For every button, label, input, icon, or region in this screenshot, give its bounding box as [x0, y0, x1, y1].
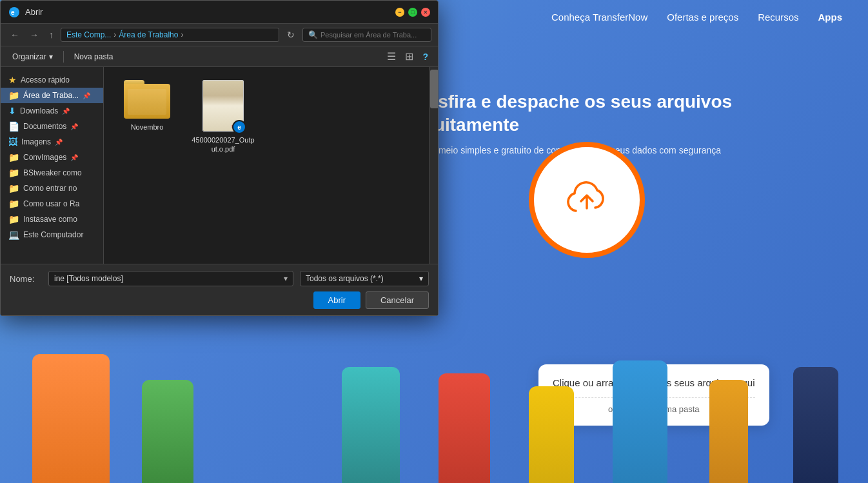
back-button[interactable]: ← — [7, 28, 23, 41]
view-grid-button[interactable]: ⊞ — [402, 49, 417, 64]
search-box[interactable]: 🔍 Pesquisar em Área de Traba... — [302, 28, 431, 42]
organize-button[interactable]: Organizar ▾ — [7, 50, 58, 63]
refresh-button[interactable]: ↻ — [283, 28, 299, 41]
name-label: Nome: — [10, 274, 42, 284]
dialog-titlebar: e Abrir − □ × — [1, 1, 438, 24]
folder-icon-desktop: 📁 — [8, 90, 19, 101]
forward-button[interactable]: → — [26, 28, 42, 41]
website-nav: Conheça TransferNow Ofertas e preços Rec… — [526, 0, 868, 34]
path-desktop[interactable]: Área de Trabalho — [119, 30, 178, 39]
file-label-pdf: 45000020027_Output.o.pdf — [192, 135, 255, 154]
new-folder-label: Nova pasta — [74, 52, 113, 61]
close-button[interactable]: × — [421, 8, 430, 17]
nav-item-pricing[interactable]: Ofertas e preços — [667, 12, 738, 23]
sidebar-item-desktop[interactable]: 📁 Área de Traba... 📌 — [1, 88, 103, 103]
sidebar-label-howtouse: Como usar o Ra — [23, 199, 79, 208]
sidebar-item-documents[interactable]: 📄 Documentos 📌 — [1, 119, 103, 134]
dialog-title-text: Abrir — [25, 7, 43, 17]
organize-label: Organizar — [12, 52, 46, 61]
minimize-button[interactable]: − — [395, 8, 404, 17]
name-row: Nome: ine [Todos modelos] ▾ Todos os arq… — [10, 271, 429, 286]
sidebar-section-quickaccess: ★ Acesso rápido 📁 Área de Traba... 📌 ⬇ D… — [1, 72, 103, 242]
sidebar-label-documents: Documentos — [23, 122, 66, 131]
illus-red — [439, 373, 490, 483]
illus-yellow — [529, 386, 574, 483]
sidebar-label-downloads: Downloads — [20, 106, 58, 115]
sidebar: ★ Acesso rápido 📁 Área de Traba... 📌 ⬇ D… — [1, 67, 104, 264]
images-icon: 🖼 — [8, 137, 17, 147]
folder-body — [124, 84, 170, 119]
up-button[interactable]: ↑ — [46, 28, 57, 41]
new-folder-button[interactable]: Nova pasta — [69, 50, 119, 63]
scrollbar[interactable] — [429, 67, 438, 264]
address-path[interactable]: Este Comp... › Área de Trabalho › — [61, 28, 279, 42]
sidebar-label-convimages: ConvImages — [23, 153, 66, 162]
pin-icon: 📌 — [83, 92, 90, 99]
pin-icon-dl: 📌 — [62, 108, 70, 115]
search-placeholder: Pesquisar em Área de Traba... — [321, 31, 417, 39]
folder-icon-how1: 📁 — [8, 183, 19, 193]
name-input[interactable]: ine [Todos modelos] ▾ — [48, 271, 293, 286]
illus-blue — [613, 360, 667, 483]
sidebar-label-desktop: Área de Traba... — [23, 91, 79, 100]
file-label-novembro: Novembro — [131, 123, 164, 132]
help-button[interactable]: ? — [419, 50, 431, 63]
folder-icon-conv: 📁 — [8, 152, 19, 163]
sidebar-item-thispc[interactable]: 💻 Este Computador — [1, 227, 103, 242]
sidebar-item-downloads[interactable]: ⬇ Downloads 📌 — [1, 103, 103, 119]
sidebar-item-howtoenter[interactable]: 📁 Como entrar no — [1, 181, 103, 196]
download-icon: ⬇ — [8, 106, 16, 116]
sidebar-item-quickaccess[interactable]: ★ Acesso rápido — [1, 72, 103, 88]
name-value: ine [Todos modelos] — [54, 274, 123, 283]
dialog-title-area: e Abrir — [8, 6, 43, 18]
hero-title: Transfira e despache os seus arquivos gr… — [400, 90, 855, 137]
sidebar-item-howtouse[interactable]: 📁 Como usar o Ra — [1, 196, 103, 212]
illus-teal — [342, 367, 400, 483]
sidebar-item-convimages[interactable]: 📁 ConvImages 📌 — [1, 150, 103, 165]
maximize-button[interactable]: □ — [408, 8, 417, 17]
open-file-dialog: e Abrir − □ × ← → ↑ Este Comp... › Área … — [0, 0, 439, 316]
sidebar-label-instasave: Instasave como — [23, 215, 77, 224]
illustration — [0, 290, 868, 483]
file-area: Novembro e 45000020027_Output.o.pdf — [104, 67, 429, 264]
sidebar-label-thispc: Este Computador — [23, 230, 83, 239]
path-computer[interactable]: Este Comp... — [66, 30, 111, 39]
organize-chevron: ▾ — [49, 52, 53, 61]
toolbar-view-icons: ☰ ⊞ ? — [384, 49, 431, 64]
folder-thumb-novembro — [124, 80, 170, 119]
name-dropdown-arrow[interactable]: ▾ — [284, 274, 288, 283]
nav-item-transfer[interactable]: Conheça TransferNow — [551, 12, 647, 23]
view-details-button[interactable]: ☰ — [384, 49, 399, 64]
file-type-select[interactable]: Todos os arquivos (*.*) ▾ — [300, 271, 429, 286]
website-hero: Transfira e despache os seus arquivos gr… — [387, 77, 868, 168]
window-controls: − □ × — [395, 8, 430, 17]
address-bar: ← → ↑ Este Comp... › Área de Trabalho › … — [1, 24, 438, 46]
folder-icon-insta: 📁 — [8, 214, 19, 224]
illus-orange — [32, 354, 110, 483]
file-item-pdf[interactable]: e 45000020027_Output.o.pdf — [188, 75, 259, 159]
sidebar-item-instasave[interactable]: 📁 Instasave como — [1, 212, 103, 227]
pin-icon-docs: 📌 — [70, 123, 78, 130]
star-icon: ★ — [8, 75, 17, 85]
type-dropdown-arrow[interactable]: ▾ — [419, 274, 423, 283]
sidebar-label-howtoenter: Como entrar no — [23, 184, 77, 193]
open-button[interactable]: Abrir — [313, 291, 360, 309]
nav-item-resources[interactable]: Recursos — [758, 12, 798, 23]
sidebar-label-images: Imagens — [21, 137, 51, 146]
folder-icon-how2: 📁 — [8, 199, 19, 209]
file-item-novembro[interactable]: Novembro — [112, 75, 182, 159]
pin-icon-conv: 📌 — [70, 154, 78, 161]
sidebar-item-bstweaker[interactable]: 📁 BStweaker como — [1, 165, 103, 181]
documents-icon: 📄 — [8, 121, 19, 132]
toolbar-separator — [63, 51, 64, 63]
search-icon: 🔍 — [308, 30, 318, 39]
dialog-bottom: Nome: ine [Todos modelos] ▾ Todos os arq… — [1, 264, 438, 315]
sidebar-item-images[interactable]: 🖼 Imagens 📌 — [1, 134, 103, 150]
svg-text:e: e — [11, 9, 15, 16]
scroll-thumb[interactable] — [430, 70, 438, 108]
path-sep2: › — [181, 30, 183, 39]
nav-item-apps[interactable]: Apps — [818, 12, 843, 23]
button-row: Abrir Cancelar — [10, 291, 429, 309]
cancel-button[interactable]: Cancelar — [366, 291, 429, 309]
upload-circle[interactable] — [529, 142, 645, 258]
